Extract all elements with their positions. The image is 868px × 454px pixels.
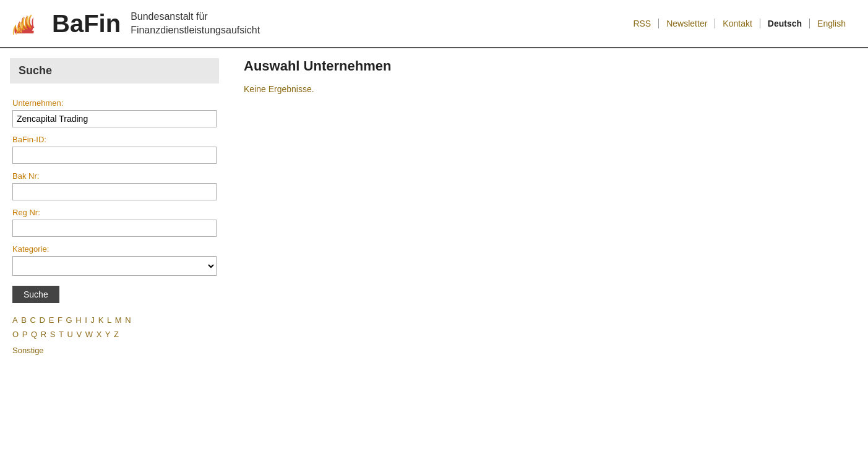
kategorie-label: Kategorie:	[12, 244, 217, 254]
alpha-row-2: O P Q R S T U V W X Y Z	[12, 327, 217, 341]
alpha-l[interactable]: L	[107, 315, 111, 325]
alpha-index: A B C D E F G H I J K L M N O P	[12, 313, 217, 358]
bak-nr-input[interactable]	[12, 183, 217, 200]
alpha-s[interactable]: S	[50, 330, 56, 339]
content-area: Auswahl Unternehmen Keine Ergebnisse.	[229, 58, 868, 362]
alpha-b[interactable]: B	[21, 315, 27, 325]
alpha-u[interactable]: U	[67, 330, 72, 339]
logo-area: BaFin Bundesanstalt für Finanzdienstleis…	[10, 7, 260, 40]
site-header: BaFin Bundesanstalt für Finanzdienstleis…	[0, 0, 868, 48]
bafin-id-group: BaFin-ID:	[12, 135, 217, 164]
tagline: Bundesanstalt für Finanzdienstleistungsa…	[131, 10, 260, 38]
alpha-t[interactable]: T	[59, 330, 64, 339]
alpha-h[interactable]: H	[75, 315, 81, 325]
sidebar-title: Suche	[10, 58, 219, 84]
alpha-j[interactable]: J	[91, 315, 95, 325]
reg-nr-group: Reg Nr:	[12, 208, 217, 237]
alpha-q[interactable]: Q	[31, 330, 37, 339]
unternehmen-group: Unternehmen:	[12, 98, 217, 127]
nav-deutsch[interactable]: Deutsch	[760, 19, 810, 28]
bafin-id-label: BaFin-ID:	[12, 135, 217, 144]
alpha-y[interactable]: Y	[105, 330, 111, 339]
reg-nr-input[interactable]	[12, 220, 217, 237]
logo-text: BaFin	[52, 10, 121, 38]
search-button[interactable]: Suche	[12, 286, 59, 303]
kategorie-select[interactable]	[12, 256, 217, 276]
alpha-w[interactable]: W	[85, 330, 93, 339]
nav-newsletter[interactable]: Newsletter	[659, 19, 715, 28]
alpha-g[interactable]: G	[66, 315, 72, 325]
alpha-k[interactable]: K	[98, 315, 104, 325]
kategorie-group: Kategorie:	[12, 244, 217, 276]
content-title: Auswahl Unternehmen	[244, 58, 853, 74]
nav-kontakt[interactable]: Kontakt	[715, 19, 760, 28]
bafin-logo-icon	[10, 7, 42, 40]
alpha-sonstige[interactable]: Sonstige	[12, 343, 215, 358]
alpha-m[interactable]: M	[115, 315, 122, 325]
alpha-row-1: A B C D E F G H I J K L M N	[12, 313, 217, 327]
alpha-i[interactable]: I	[85, 315, 87, 325]
alpha-x[interactable]: X	[97, 330, 102, 339]
alpha-e[interactable]: E	[49, 315, 54, 325]
no-results-text: Keine Ergebnisse.	[244, 84, 853, 94]
nav-english[interactable]: English	[810, 19, 853, 28]
alpha-c[interactable]: C	[30, 315, 36, 325]
alpha-a[interactable]: A	[12, 315, 18, 325]
unternehmen-label: Unternehmen:	[12, 98, 217, 108]
alpha-p[interactable]: P	[22, 330, 28, 339]
unternehmen-input[interactable]	[12, 110, 217, 127]
sidebar: Suche Unternehmen: BaFin-ID: Bak Nr: Reg…	[0, 58, 229, 362]
bak-nr-group: Bak Nr:	[12, 171, 217, 200]
alpha-f[interactable]: F	[58, 315, 62, 325]
search-form: Unternehmen: BaFin-ID: Bak Nr: Reg Nr: K…	[10, 93, 219, 362]
alpha-d[interactable]: D	[40, 315, 45, 325]
alpha-v[interactable]: V	[76, 330, 82, 339]
top-nav: RSS Newsletter Kontakt Deutsch English	[625, 19, 853, 28]
nav-rss[interactable]: RSS	[625, 19, 659, 28]
alpha-r[interactable]: R	[41, 330, 46, 339]
alpha-z[interactable]: Z	[114, 330, 119, 339]
alpha-n[interactable]: N	[125, 315, 131, 325]
alpha-o[interactable]: O	[12, 330, 19, 339]
bak-nr-label: Bak Nr:	[12, 171, 217, 181]
bafin-id-input[interactable]	[12, 147, 217, 164]
reg-nr-label: Reg Nr:	[12, 208, 217, 217]
main-container: Suche Unternehmen: BaFin-ID: Bak Nr: Reg…	[0, 48, 868, 372]
